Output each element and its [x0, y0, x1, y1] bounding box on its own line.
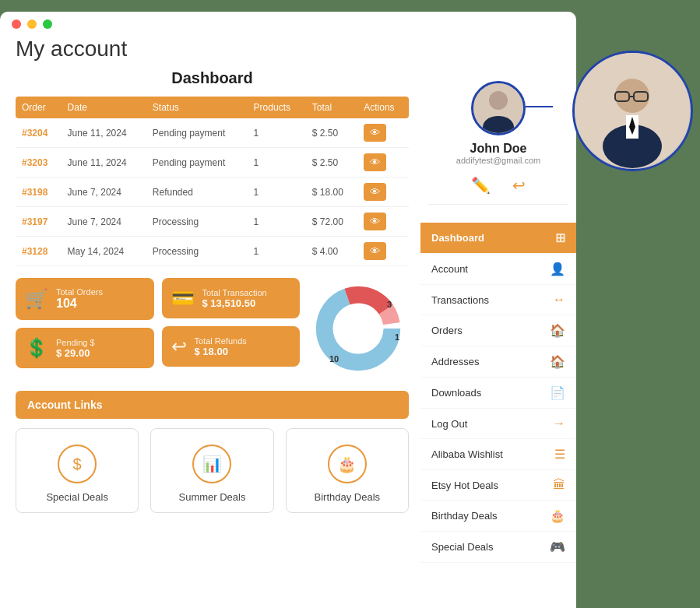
- order-number[interactable]: #3203: [16, 148, 62, 177]
- deal-icon-0: $: [58, 445, 97, 483]
- nav-icon-10: 🎮: [550, 539, 565, 554]
- order-actions[interactable]: 👁: [357, 148, 409, 177]
- nav-label-9: Birthday Deals: [431, 510, 498, 522]
- table-header-date: Date: [62, 97, 146, 118]
- nav-icon-6: →: [553, 416, 565, 431]
- table-header-products: Products: [248, 97, 306, 118]
- view-order-button[interactable]: 👁: [364, 213, 386, 230]
- total-transaction-value: $ 13,510.50: [202, 297, 267, 309]
- table-row: #3128 May 14, 2024 Processing 1 $ 4.00 👁: [16, 237, 409, 266]
- orders-icon: 🛒: [25, 288, 48, 310]
- title-bar: [0, 12, 576, 33]
- sidebar-nav: Dashboard ⊞ Account 👤 Transactions ↔ Ord…: [420, 223, 576, 563]
- view-order-button[interactable]: 👁: [364, 242, 386, 260]
- table-row: #3198 June 7, 2024 Refunded 1 $ 18.00 👁: [16, 177, 409, 207]
- total-orders-card: 🛒 Total Orders 104: [16, 278, 154, 320]
- total-refunds-card: ↩ Total Refunds $ 18.00: [162, 326, 301, 367]
- view-order-button[interactable]: 👁: [364, 124, 386, 142]
- expand-dot[interactable]: [43, 19, 52, 29]
- deal-icon-2: 🎂: [328, 445, 367, 483]
- sidebar-item-downloads[interactable]: Downloads 📄: [420, 378, 576, 409]
- order-date: June 11, 2024: [62, 118, 146, 148]
- nav-icon-3: 🏠: [550, 323, 565, 338]
- view-order-button[interactable]: 👁: [364, 183, 386, 201]
- order-status: Processing: [146, 237, 248, 266]
- deal-label-1: Summer Deals: [159, 491, 265, 503]
- nav-label-7: Alibaba Wishlist: [431, 448, 503, 460]
- nav-icon-9: 🎂: [550, 508, 565, 523]
- minimize-dot[interactable]: [27, 19, 37, 29]
- pending-label: Pending $: [56, 338, 95, 347]
- edit-profile-button[interactable]: ✏️: [468, 173, 494, 198]
- zoom-popup: [572, 51, 693, 171]
- donut-label-1: 1: [395, 332, 399, 342]
- nav-label-2: Transactions: [431, 294, 489, 306]
- total-refunds-label: Total Refunds: [195, 336, 247, 346]
- main-window: My account Dashboard OrderDateStatusProd…: [0, 12, 576, 608]
- order-date: May 14, 2024: [62, 237, 146, 266]
- deal-card-2[interactable]: 🎂 Birthday Deals: [286, 428, 409, 513]
- total-transaction-card: 💳 Total Transaction $ 13,510.50: [162, 278, 301, 318]
- total-refunds-value: $ 18.00: [195, 346, 247, 357]
- svg-point-3: [335, 305, 382, 353]
- order-actions[interactable]: 👁: [357, 207, 409, 237]
- order-products: 1: [248, 148, 306, 177]
- avatar: [471, 81, 526, 135]
- avatar-wrapper: [471, 81, 526, 135]
- sidebar-item-dashboard[interactable]: Dashboard ⊞: [420, 223, 576, 254]
- svg-point-5: [489, 91, 508, 110]
- order-products: 1: [248, 207, 306, 237]
- view-order-button[interactable]: 👁: [364, 153, 386, 171]
- order-actions[interactable]: 👁: [357, 237, 409, 266]
- sidebar-item-account[interactable]: Account 👤: [420, 254, 576, 285]
- order-total: $ 72.00: [306, 207, 357, 237]
- order-total: $ 4.00: [306, 237, 357, 266]
- order-actions[interactable]: 👁: [357, 118, 409, 148]
- order-products: 1: [248, 118, 306, 148]
- nav-icon-7: ☰: [554, 447, 565, 462]
- table-row: #3203 June 11, 2024 Pending payment 1 $ …: [16, 148, 409, 177]
- deal-card-1[interactable]: 📊 Summer Deals: [150, 428, 273, 513]
- deal-label-0: Special Deals: [24, 491, 130, 503]
- sidebar-item-etsy-hot-deals[interactable]: Etsy Hot Deals 🏛: [420, 470, 576, 501]
- profile-section: John Doe addifytest@gmail.com ✏️ ↩: [420, 69, 576, 223]
- sidebar-item-special-deals[interactable]: Special Deals 🎮: [420, 532, 576, 563]
- deal-cards: $ Special Deals 📊 Summer Deals 🎂 Birthda…: [16, 428, 409, 513]
- close-dot[interactable]: [12, 19, 21, 29]
- order-total: $ 2.50: [306, 118, 357, 148]
- order-number[interactable]: #3198: [16, 177, 62, 207]
- order-number[interactable]: #3197: [16, 207, 62, 237]
- transaction-icon: 💳: [171, 287, 195, 309]
- account-links-header: Account Links: [16, 391, 409, 419]
- user-email: addifytest@gmail.com: [428, 156, 568, 165]
- order-actions[interactable]: 👁: [357, 177, 409, 207]
- nav-label-1: Account: [431, 263, 468, 275]
- nav-icon-8: 🏛: [553, 478, 565, 492]
- deal-icon-1: 📊: [192, 445, 231, 483]
- order-status: Pending payment: [146, 148, 248, 177]
- order-date: June 11, 2024: [62, 148, 146, 177]
- sidebar-item-addresses[interactable]: Addresses 🏠: [420, 346, 576, 378]
- deal-card-0[interactable]: $ Special Deals: [16, 428, 139, 513]
- order-total: $ 2.50: [306, 148, 357, 177]
- order-number[interactable]: #3128: [16, 237, 62, 266]
- total-orders-value: 104: [56, 297, 103, 311]
- logout-profile-button[interactable]: ↩: [509, 173, 529, 198]
- order-date: June 7, 2024: [62, 207, 146, 237]
- profile-actions: ✏️ ↩: [428, 173, 568, 198]
- sidebar-item-transactions[interactable]: Transactions ↔: [420, 285, 576, 315]
- order-number[interactable]: #3204: [16, 118, 62, 148]
- nav-icon-4: 🏠: [550, 354, 565, 369]
- sidebar-item-orders[interactable]: Orders 🏠: [420, 315, 576, 346]
- table-header-actions: Actions: [357, 97, 409, 118]
- pending-icon: 💲: [25, 337, 48, 359]
- table-row: #3204 June 11, 2024 Pending payment 1 $ …: [16, 118, 409, 148]
- table-header-order: Order: [16, 97, 62, 118]
- total-orders-label: Total Orders: [56, 287, 103, 297]
- sidebar-item-log-out[interactable]: Log Out →: [420, 409, 576, 439]
- order-total: $ 18.00: [306, 177, 357, 207]
- sidebar-item-birthday-deals[interactable]: Birthday Deals 🎂: [420, 501, 576, 532]
- sidebar-item-alibaba-wishlist[interactable]: Alibaba Wishlist ☰: [420, 439, 576, 470]
- nav-label-6: Log Out: [431, 418, 467, 430]
- orders-table: OrderDateStatusProductsTotalActions #320…: [16, 97, 409, 266]
